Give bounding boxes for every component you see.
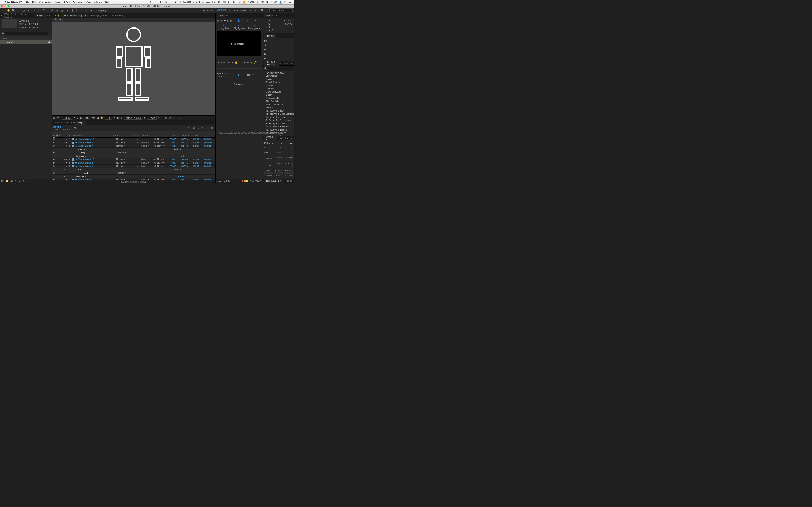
brush-tool[interactable]: 🖌 bbox=[50, 8, 54, 12]
timeline-layer-row[interactable]: 👁 ▸▾6★ Shape Layer 6Normal ▾▫None ▾⊚None… bbox=[52, 165, 215, 168]
close-tab[interactable]: × bbox=[70, 121, 72, 124]
camera-tool[interactable]: ◎ bbox=[21, 8, 26, 12]
motion-btn-jump[interactable]: ✦ JUMP bbox=[274, 162, 283, 168]
motion-btn-burst[interactable]: ✦ BURST bbox=[284, 155, 293, 161]
frame-time[interactable]: 00000 bbox=[84, 117, 90, 119]
app-name[interactable]: After Effects CC bbox=[5, 1, 22, 4]
pixel-icon[interactable]: ⊕ bbox=[169, 116, 171, 119]
tl-btn[interactable]: ⊹ bbox=[183, 126, 186, 130]
effects-category[interactable]: FxFactory Pro Blur bbox=[263, 109, 294, 112]
workspace-smallscreen[interactable]: Small Screen bbox=[233, 9, 247, 12]
menu-animation[interactable]: Animation bbox=[73, 1, 83, 4]
cc-icon[interactable]: ▣ bbox=[218, 1, 221, 4]
text-tool[interactable]: T bbox=[42, 8, 46, 12]
close-button[interactable] bbox=[1, 5, 3, 7]
timeline-layer-row[interactable]: 👁 ▸▾5★ Shape Layer 8Normal ▾▫None ▾⊚None… bbox=[52, 161, 215, 165]
duik-full-character[interactable]: Full character🚶 bbox=[217, 31, 261, 56]
duik-front-leg[interactable]: Front leg / Arm💪 bbox=[217, 56, 239, 68]
notifications-icon[interactable]: ≡ bbox=[289, 1, 292, 4]
tl-btn[interactable]: ▣ bbox=[192, 126, 195, 130]
duik-link-icon[interactable]: ∞C bbox=[254, 19, 257, 22]
timeline-subrow[interactable]: ▾ContentsAdd: ⊙ bbox=[52, 148, 215, 151]
folder-icon[interactable]: 📁 bbox=[5, 180, 8, 182]
tab-audio[interactable]: Audio bbox=[273, 13, 283, 17]
hand-tool[interactable]: ✋ bbox=[6, 8, 10, 12]
tab-wiggler[interactable]: Wiggler bbox=[278, 136, 290, 140]
effects-category[interactable]: francois-tarlier.com bbox=[263, 103, 294, 106]
zoom-tool[interactable]: 🔍 bbox=[11, 8, 15, 12]
effects-category[interactable]: Audio bbox=[263, 77, 294, 81]
snapshot-icon[interactable]: 📷 bbox=[92, 116, 95, 119]
timeline-search[interactable] bbox=[79, 127, 96, 129]
minimize-button[interactable] bbox=[4, 5, 6, 7]
selection-tool[interactable]: ↖ bbox=[1, 8, 5, 12]
timeline-layer-row[interactable]: 👁 ▸▾3★ Shape Layer 7Normal ▾▫None ▾⊚None… bbox=[52, 144, 215, 148]
time-ruler[interactable]: 0001000020000300004000050000600007000080… bbox=[52, 131, 215, 134]
status-icon[interactable]: ⊕ bbox=[160, 1, 163, 4]
duik-ctrl-icon[interactable]: ▭ bbox=[250, 19, 253, 22]
roi-icon[interactable]: ▣ bbox=[116, 116, 119, 119]
tab-info[interactable]: Info bbox=[264, 13, 272, 17]
duik-icon[interactable]: ▦ bbox=[220, 19, 222, 22]
3d-icon[interactable]: ⬚ bbox=[161, 116, 163, 119]
timeline-subrow[interactable]: 👁▸ShoulderNormal ▾ bbox=[52, 171, 215, 175]
workspace-essentials[interactable]: Essentials bbox=[203, 9, 213, 12]
motion-btn-spin[interactable]: ✦ SPIN bbox=[274, 173, 283, 177]
status-icon[interactable]: ⓘ bbox=[170, 1, 173, 4]
timeline-subrow[interactable]: ▸TransformReset bbox=[52, 155, 215, 158]
clock-time[interactable]: 21:48 bbox=[271, 1, 277, 4]
rotate-tool[interactable]: ↻ bbox=[16, 8, 20, 12]
grid-icon[interactable]: ⊞ bbox=[80, 116, 82, 119]
timeline-subrow[interactable]: ▸TransformReset bbox=[52, 175, 215, 178]
project-item[interactable]: Comp 1⊞ bbox=[0, 40, 52, 44]
prev-frame[interactable]: ◀| bbox=[264, 44, 293, 47]
menu-view[interactable]: View bbox=[86, 1, 91, 4]
effects-category[interactable]: Channel bbox=[263, 84, 294, 87]
roto-tool[interactable]: ✦ bbox=[65, 8, 69, 12]
effects-category[interactable]: FxFactory Pro Sharpen bbox=[263, 128, 294, 131]
timeline-subrow[interactable]: 👁▸ArmNormal ▾ bbox=[52, 151, 215, 155]
timeline-layer-row[interactable]: 👁 ▸▾2★ Shape Layer 9Normal ▾▫None ▾⊚None… bbox=[52, 141, 215, 144]
transparency-icon[interactable]: ▦ bbox=[120, 116, 122, 119]
bluetooth-icon[interactable]: ᛒ bbox=[228, 1, 231, 4]
status-icon[interactable]: ⊙ bbox=[150, 1, 152, 4]
tab-duik[interactable]: Duik bbox=[216, 13, 225, 17]
tab-composition[interactable]: Composition Comp 1 ≡ bbox=[61, 13, 89, 17]
shape-tool[interactable]: ▭ bbox=[32, 8, 36, 12]
effects-category[interactable]: Distort bbox=[263, 93, 294, 97]
sync-icon[interactable]: ⟲ bbox=[254, 8, 258, 12]
tab-layer[interactable]: Layer (none) bbox=[109, 13, 126, 17]
first-frame[interactable]: |◀ bbox=[264, 39, 293, 42]
duik-back-leg[interactable]: Back leg🦵 bbox=[239, 56, 261, 68]
axis-tool[interactable]: ⊹ bbox=[89, 8, 93, 12]
duik-cancel[interactable]: Cancel ≪ bbox=[217, 81, 261, 88]
motion-btn-orbit[interactable]: ✦ ORBIT bbox=[274, 169, 283, 173]
puppet-tool[interactable]: 📍 bbox=[70, 8, 74, 12]
effects-category[interactable]: CINEMA 4D bbox=[263, 87, 294, 90]
flag-icon[interactable]: 🇬🇧 bbox=[261, 1, 264, 4]
current-time[interactable]: 00000 bbox=[53, 125, 72, 129]
effects-category[interactable]: Frischluft bbox=[263, 106, 294, 109]
tab-preview[interactable]: Preview bbox=[264, 34, 276, 38]
res-icon[interactable]: ⊡ bbox=[77, 116, 79, 119]
status-icon[interactable]: ◐ bbox=[175, 1, 178, 4]
bpc-toggle[interactable]: 8 bpc bbox=[15, 180, 20, 182]
trash-icon[interactable]: 🗑 bbox=[22, 180, 25, 182]
effects-category[interactable]: Blur & Sharpen bbox=[263, 81, 294, 84]
magnify-icon[interactable]: 🔍 bbox=[57, 116, 60, 119]
duik-rig-icon[interactable]: 👤 bbox=[237, 19, 240, 22]
interpret-icon[interactable]: ▥ bbox=[1, 180, 3, 182]
tab-project[interactable]: Project bbox=[35, 13, 46, 17]
duik-spine[interactable]: Spine - Neck - Head↕ bbox=[217, 69, 239, 81]
stamp-tool[interactable]: ⊟ bbox=[55, 8, 59, 12]
axis-tool[interactable]: ⊹ bbox=[79, 8, 83, 12]
tab-render-queue[interactable]: Render Queue bbox=[52, 121, 70, 125]
menu-window[interactable]: Window bbox=[94, 1, 102, 4]
anchor-tool[interactable]: ⊞ bbox=[27, 8, 31, 12]
col-header-name[interactable]: Name bbox=[0, 36, 52, 40]
timeline-layer-row[interactable]: 👁 ▸▾4★ Shape Layer 13Normal ▾▫None ▾⊚Non… bbox=[52, 158, 215, 161]
snapping-toggle[interactable]: Snapping ⫠ ☐ bbox=[96, 9, 112, 12]
zoom-button[interactable] bbox=[8, 5, 9, 7]
wifi-icon[interactable]: 📶 bbox=[243, 1, 246, 4]
effects-category[interactable]: FxFactory Pro Generators bbox=[263, 119, 294, 122]
